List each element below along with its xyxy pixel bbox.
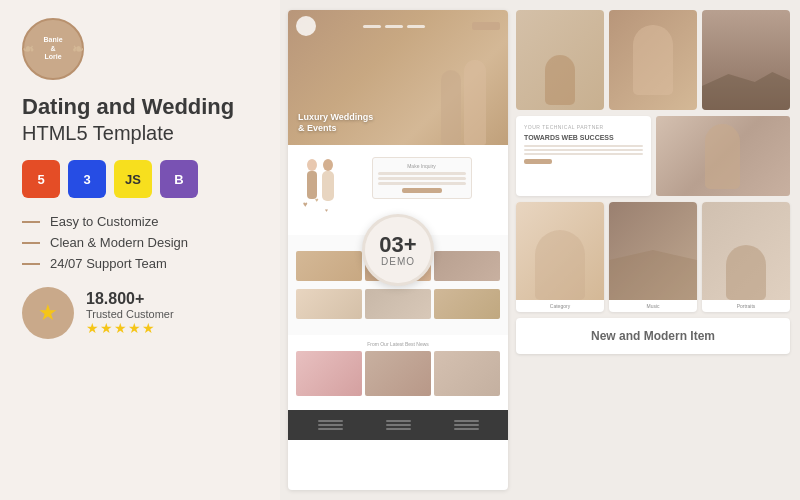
story-item-5: [365, 289, 431, 319]
js-icon: JS: [114, 160, 152, 198]
partner-photo-content: [656, 116, 791, 196]
gallery-category-row: Category Music Portraits: [516, 202, 790, 312]
left-panel: ❧ Banie & Lorie ❧ Dating and Wedding HTM…: [0, 0, 280, 500]
feature-label-3: 24/07 Support Team: [50, 256, 167, 271]
inquiry-couple-figure: ♥ ♥ ♥: [300, 157, 342, 227]
footer-line-2b: [386, 424, 411, 426]
feature-item-2: Clean & Modern Design: [22, 235, 258, 250]
sub-title: HTML5 Template: [22, 120, 258, 146]
gallery-top-row: [516, 10, 790, 110]
html5-icon: 5: [22, 160, 60, 198]
trust-badge: ★: [22, 287, 74, 339]
footer-line-3c: [454, 428, 479, 430]
form-field-1: [378, 172, 466, 175]
desc-line-3: [524, 153, 643, 155]
svg-text:♥: ♥: [303, 200, 308, 209]
story-item-1: [296, 251, 362, 281]
bottom-label-text: New and Modern Item: [591, 329, 715, 343]
svg-text:♥: ♥: [325, 207, 328, 213]
logo-badge: ❧ Banie & Lorie ❧: [22, 18, 84, 80]
partner-photo: [656, 116, 791, 196]
wedding-couple-2: [609, 10, 697, 110]
partner-read-more[interactable]: [524, 159, 552, 164]
person-figure-2: [464, 60, 486, 145]
story-grid-2: [296, 289, 500, 319]
feature-label-2: Clean & Modern Design: [50, 235, 188, 250]
gallery-column: YOUR TECHNICAL PARTNER TOWARDS WEB SUCCE…: [516, 10, 790, 490]
footer-line-3a: [454, 420, 479, 422]
logo-line2: Lorie: [43, 53, 62, 61]
preview-hero: Luxury Weddings& Events: [288, 10, 508, 145]
form-field-3: [378, 182, 466, 185]
wedding-dress-shape: [535, 230, 585, 300]
desc-line-1: [524, 145, 643, 147]
features-list: Easy to Customize Clean & Modern Design …: [22, 214, 258, 271]
couple-shape-2: [633, 25, 673, 95]
partner-desc: [524, 145, 643, 155]
trust-star-icon: ★: [38, 300, 58, 326]
gallery-img-1: [516, 10, 604, 110]
cat-img-wedding: [516, 202, 604, 300]
demo-count: 03+: [379, 234, 416, 256]
partner-label: YOUR TECHNICAL PARTNER: [524, 124, 643, 130]
trust-text-block: 18.800+ Trusted Customer ★★★★★: [86, 290, 174, 336]
cat-label-music: Music: [609, 300, 697, 312]
main-title: Dating and Wedding: [22, 94, 258, 120]
cat-card-portraits: Portraits: [702, 202, 790, 312]
footer-line-3b: [454, 424, 479, 426]
mountain-silhouette: [609, 250, 697, 300]
feature-dash-1: [22, 221, 40, 223]
trust-count: 18.800+: [86, 290, 174, 308]
gallery-img-2: [609, 10, 697, 110]
logo-text: Banie & Lorie: [43, 36, 62, 61]
svg-point-2: [323, 159, 333, 171]
right-section: 03+ DEMO Luxury Weddings& Event: [280, 0, 800, 500]
feature-item-3: 24/07 Support Team: [22, 256, 258, 271]
footer-col-3: [454, 420, 479, 430]
laurel-right-icon: ❧: [72, 41, 84, 57]
trust-badge-bg: ★: [22, 287, 74, 339]
trust-stars: ★★★★★: [86, 320, 174, 336]
story-item-3: [434, 251, 500, 281]
cat-img-music: [609, 202, 697, 300]
desc-line-2: [524, 149, 643, 151]
trust-section: ★ 18.800+ Trusted Customer ★★★★★: [22, 287, 258, 339]
footer-col-2: [386, 420, 411, 430]
form-submit-btn: [402, 188, 442, 193]
svg-rect-1: [307, 171, 317, 199]
demo-preview-column: 03+ DEMO Luxury Weddings& Event: [288, 10, 508, 490]
title-section: Dating and Wedding HTML5 Template: [22, 94, 258, 146]
partner-title: TOWARDS WEB SUCCESS: [524, 134, 643, 141]
preview-news: From Our Latest Best News: [288, 335, 508, 410]
tech-icons-row: 5 3 JS B: [22, 160, 258, 198]
footer-line-1a: [318, 420, 343, 422]
form-title: Make Inquiry: [378, 163, 466, 169]
person-figure-1: [441, 70, 461, 145]
partner-figure: [705, 124, 740, 189]
news-item-3: [434, 351, 500, 396]
bootstrap-icon: B: [160, 160, 198, 198]
bottom-label: New and Modern Item: [516, 318, 790, 354]
partner-card: YOUR TECHNICAL PARTNER TOWARDS WEB SUCCE…: [516, 116, 651, 196]
svg-text:♥: ♥: [315, 197, 319, 203]
story-item-4: [296, 289, 362, 319]
couple-svg: ♥ ♥ ♥: [300, 157, 342, 227]
person-silhouette-1: [545, 55, 575, 105]
cat-img-portraits: [702, 202, 790, 300]
portrait-figure: [726, 245, 766, 300]
cat-card-category: Category: [516, 202, 604, 312]
footer-line-2a: [386, 420, 411, 422]
demo-label: DEMO: [381, 256, 415, 267]
logo-line1: Banie: [43, 36, 62, 44]
trust-label: Trusted Customer: [86, 308, 174, 320]
news-title: From Our Latest Best News: [296, 341, 500, 347]
logo-area: ❧ Banie & Lorie ❧: [22, 18, 258, 80]
css3-icon: 3: [68, 160, 106, 198]
footer-line-1c: [318, 428, 343, 430]
svg-rect-3: [322, 171, 334, 201]
cat-card-music: Music: [609, 202, 697, 312]
footer-col-1: [318, 420, 343, 430]
feature-label-1: Easy to Customize: [50, 214, 158, 229]
footer-line-2c: [386, 428, 411, 430]
news-grid: [296, 351, 500, 396]
